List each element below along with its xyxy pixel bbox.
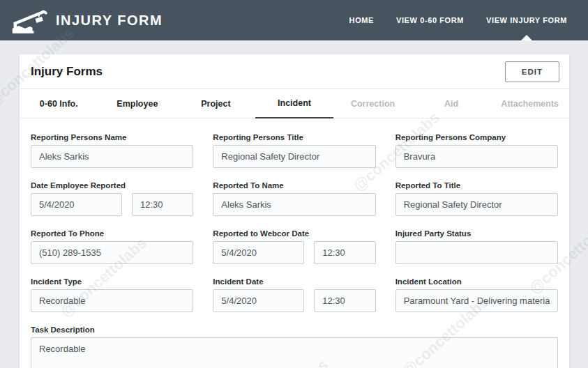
- reported-to-phone-input[interactable]: [31, 241, 193, 264]
- nav-item-home[interactable]: HOME: [338, 0, 385, 40]
- reported-to-name-input[interactable]: [213, 193, 375, 216]
- field-incident-date: Incident Date: [213, 277, 375, 312]
- field-label: Reporting Persons Title: [213, 133, 375, 141]
- incident-date-time-input[interactable]: [314, 289, 375, 312]
- reporting-persons-title-input[interactable]: [213, 145, 375, 168]
- field-label: Task Description: [31, 325, 558, 334]
- top-nav-menu: HOME VIEW 0-60 FORM VIEW INJURY FORM: [338, 0, 588, 40]
- top-navigation-bar: INJURY FORM HOME VIEW 0-60 FORM VIEW INJ…: [0, 0, 588, 40]
- field-label: Injured Party Status: [395, 229, 558, 238]
- nav-item-view-injury-form[interactable]: VIEW INJURY FORM: [475, 0, 578, 40]
- reported-to-title-input[interactable]: [395, 193, 558, 216]
- field-label: Reported To Phone: [31, 229, 193, 238]
- brand-title: INJURY FORM: [56, 13, 163, 29]
- field-label: Reported To Title: [395, 181, 558, 190]
- tab-correction: Correction: [333, 89, 412, 118]
- reported-to-webcor-date-time-input[interactable]: [314, 241, 375, 264]
- field-reported-to-phone: Reported To Phone: [31, 229, 193, 264]
- date-employee-reported-time-input[interactable]: [132, 193, 193, 216]
- field-label: Reported to Webcor Date: [213, 229, 375, 238]
- field-reporting-persons-title: Reporting Persons Title: [213, 133, 375, 168]
- injured-party-status-input[interactable]: [395, 241, 558, 264]
- reported-to-webcor-date-date-input[interactable]: [213, 241, 304, 264]
- tab-attachements: Attachements: [490, 89, 569, 118]
- field-label: Reporting Persons Company: [395, 133, 558, 141]
- card-header: Injury Forms EDIT: [20, 54, 569, 89]
- tab-incident[interactable]: Incident: [255, 89, 334, 118]
- field-reported-to-name: Reported To Name: [213, 181, 375, 216]
- incident-type-input[interactable]: [31, 289, 193, 312]
- field-injured-party-status: Injured Party Status: [395, 229, 558, 264]
- field-incident-location: Incident Location: [395, 277, 558, 312]
- date-employee-reported-date-input[interactable]: [31, 193, 122, 216]
- field-label: Incident Location: [395, 277, 558, 286]
- field-incident-type: Incident Type: [31, 277, 193, 312]
- task-description-input[interactable]: Recordable: [31, 337, 558, 368]
- tab-aid: Aid: [412, 89, 491, 118]
- incident-location-input[interactable]: [395, 289, 558, 312]
- form-tabs: 0-60 Info. Employee Project Incident Cor…: [20, 89, 569, 118]
- injury-forms-card: Injury Forms EDIT 0-60 Info. Employee Pr…: [20, 54, 569, 368]
- field-task-description: Task Description Recordable: [31, 325, 558, 368]
- field-label: Incident Date: [213, 277, 375, 286]
- incident-form: Reporting Persons Name Reporting Persons…: [20, 118, 569, 368]
- field-reporting-persons-company: Reporting Persons Company: [395, 133, 558, 168]
- reporting-persons-name-input[interactable]: [31, 145, 193, 168]
- nav-item-view-0-60-form[interactable]: VIEW 0-60 FORM: [385, 0, 475, 40]
- field-label: Reporting Persons Name: [31, 133, 193, 141]
- field-label: Reported To Name: [213, 181, 375, 190]
- edit-button[interactable]: EDIT: [505, 61, 559, 82]
- field-label: Incident Type: [31, 277, 193, 286]
- crane-icon: [11, 6, 49, 35]
- field-reported-to-webcor-date: Reported to Webcor Date: [213, 229, 375, 264]
- field-reporting-persons-name: Reporting Persons Name: [31, 133, 193, 168]
- tab-0-60-info[interactable]: 0-60 Info.: [20, 89, 98, 118]
- field-date-employee-reported: Date Employee Reported: [31, 181, 193, 216]
- field-label: Date Employee Reported: [31, 181, 193, 190]
- reporting-persons-company-input[interactable]: [395, 145, 558, 168]
- tab-employee[interactable]: Employee: [98, 89, 177, 118]
- brand: INJURY FORM: [0, 6, 163, 35]
- tab-project[interactable]: Project: [176, 89, 255, 118]
- incident-date-date-input[interactable]: [213, 289, 304, 312]
- page-title: Injury Forms: [31, 65, 103, 79]
- field-reported-to-title: Reported To Title: [395, 181, 558, 216]
